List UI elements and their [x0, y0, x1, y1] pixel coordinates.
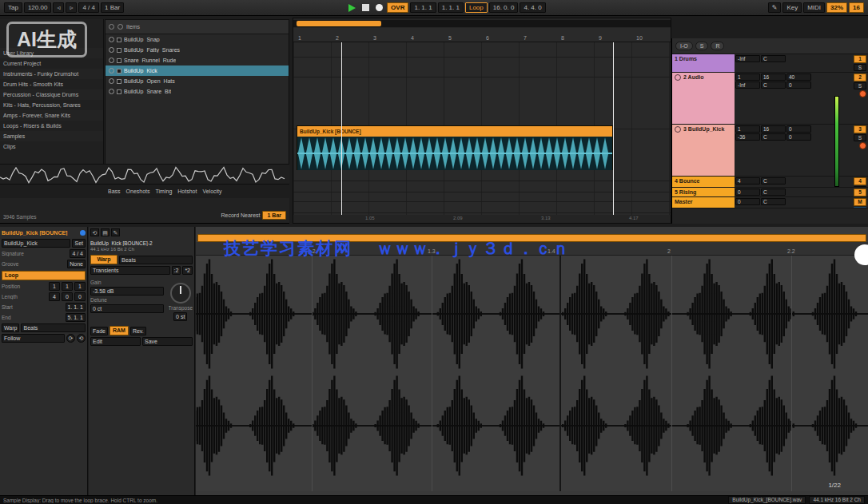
- loop-toggle-button[interactable]: Loop: [2, 271, 86, 280]
- mixer-value-box[interactable]: -Inf: [735, 81, 760, 89]
- filter-circle-icon[interactable]: [109, 24, 114, 30]
- mixer-value-box[interactable]: C: [761, 177, 786, 185]
- arrangement-clip[interactable]: BuildUp_Kick [BOUNCE]: [297, 125, 613, 170]
- preview-play-icon[interactable]: [109, 78, 114, 84]
- fade-toggle[interactable]: Fade: [90, 327, 108, 335]
- track-name-header[interactable]: 5 Rising: [672, 188, 735, 196]
- file-row[interactable]: BuildUp_Fatty_Snares: [106, 45, 289, 55]
- double-tempo-button[interactable]: *2: [182, 266, 193, 275]
- groove-value[interactable]: None: [67, 260, 86, 268]
- track-name-header[interactable]: 4 Bounce: [672, 177, 735, 187]
- mixer-value-box[interactable]: 16: [761, 73, 786, 81]
- preview-play-icon[interactable]: [109, 47, 114, 53]
- track-row[interactable]: 1 Drums-InfC1S: [672, 54, 868, 73]
- arrangement-overview-scrollbar[interactable]: [293, 20, 671, 27]
- position-beat[interactable]: 1: [62, 282, 73, 291]
- track-name-header[interactable]: 1 Drums: [672, 54, 735, 72]
- file-checkbox-icon[interactable]: [117, 89, 121, 94]
- file-checkbox-icon[interactable]: [117, 58, 121, 63]
- mixer-toggle-s[interactable]: S: [695, 42, 709, 50]
- start-value[interactable]: 1. 1. 1: [66, 303, 86, 312]
- mixer-value-box[interactable]: C: [761, 189, 786, 196]
- track-row[interactable]: 5 Rising0C5S: [672, 188, 868, 197]
- solo-button[interactable]: S: [854, 134, 866, 141]
- time-signature-field[interactable]: 4 / 4: [78, 2, 99, 13]
- nudge-down-button[interactable]: ◃: [53, 2, 64, 13]
- mixer-value-box[interactable]: 16: [761, 125, 786, 133]
- clip-title-bar[interactable]: BuildUp_Kick [BOUNCE]: [297, 126, 612, 137]
- mixer-value-box[interactable]: C: [761, 55, 786, 62]
- length-beat[interactable]: 0: [62, 292, 73, 301]
- browser-category-item[interactable]: Amps - Forever, Snare Kits: [0, 110, 103, 121]
- file-checkbox-icon[interactable]: [117, 48, 121, 53]
- browser-tab-hotshot[interactable]: Hotshot: [177, 189, 197, 194]
- file-row[interactable]: BuildUp_Snap: [106, 34, 289, 45]
- mixer-toggle-r[interactable]: R: [711, 42, 724, 50]
- track-monitor-icon[interactable]: [675, 126, 681, 133]
- quantize-menu[interactable]: 1 Bar: [101, 2, 124, 13]
- track-activator-button[interactable]: 2: [854, 73, 866, 81]
- insert-marker[interactable]: [559, 256, 561, 491]
- preview-play-icon[interactable]: [109, 68, 114, 73]
- record-length-value[interactable]: 1 Bar: [262, 211, 286, 220]
- record-button[interactable]: [376, 4, 383, 11]
- preview-play-icon[interactable]: [109, 37, 114, 42]
- file-row[interactable]: BuildUp_Open_Hats: [106, 76, 289, 86]
- file-row[interactable]: Snare_Runnel_Rude: [106, 55, 289, 65]
- browser-category-item[interactable]: Kits - Hats, Percussion, Snares: [0, 100, 103, 110]
- transpose-knob[interactable]: [170, 283, 191, 304]
- loop-end-marker[interactable]: [613, 42, 614, 215]
- browser-category-item[interactable]: Samples: [0, 131, 103, 141]
- arrangement-view[interactable]: 12345678910 BuildUp_Kick [BOUNCE] 1.052.…: [293, 18, 671, 224]
- follow-toggle[interactable]: Follow: [2, 334, 65, 343]
- warp-toggle[interactable]: Warp: [2, 323, 19, 332]
- track-row[interactable]: Master0CMSolo: [672, 197, 868, 208]
- mixer-value-box[interactable]: C: [761, 198, 786, 205]
- signature-value[interactable]: 4 / 4: [70, 249, 86, 258]
- browser-category-item[interactable]: Loops - Risers & Builds: [0, 121, 103, 131]
- punch-out-field[interactable]: 4. 4. 0: [520, 2, 545, 13]
- browser-tab-timing[interactable]: Timing: [156, 189, 173, 194]
- sample-waveform-display[interactable]: [196, 256, 868, 491]
- loop-cycle-icon[interactable]: ⟳: [66, 334, 75, 343]
- overdub-button[interactable]: OVR: [387, 2, 408, 13]
- play-button[interactable]: [348, 4, 356, 12]
- mixer-value-box[interactable]: 0: [786, 125, 811, 133]
- solo-button[interactable]: Solo: [854, 207, 866, 208]
- position-sixteenth[interactable]: 1: [74, 282, 86, 291]
- track-name-header[interactable]: 2 Audio: [672, 73, 735, 124]
- solo-button[interactable]: S: [854, 82, 866, 89]
- track-name-header[interactable]: Master: [672, 197, 735, 208]
- loop-toggle[interactable]: Loop: [465, 2, 488, 13]
- nudge-up-button[interactable]: ▹: [66, 2, 77, 13]
- reverse-button[interactable]: Rev.: [130, 327, 146, 335]
- track-monitor-icon[interactable]: [675, 74, 681, 81]
- arrangement-position-field[interactable]: 1. 1. 1: [410, 2, 436, 13]
- set-button[interactable]: Set: [72, 239, 86, 248]
- arm-button[interactable]: [859, 90, 866, 97]
- midi-map-button[interactable]: MIDI: [803, 2, 825, 13]
- mixer-value-box[interactable]: -Inf: [735, 55, 760, 62]
- loop-length-field[interactable]: 16. 0. 0: [489, 2, 519, 13]
- mixer-value-box[interactable]: C: [761, 133, 786, 141]
- preview-play-icon[interactable]: [109, 58, 114, 63]
- beat-time-ruler[interactable]: 12345678910: [293, 28, 671, 42]
- mixer-value-box[interactable]: 1: [735, 125, 760, 133]
- loop-start-field[interactable]: 1. 1. 1: [438, 2, 464, 13]
- track-activator-button[interactable]: 3: [854, 125, 866, 133]
- browser-category-item[interactable]: Drum Hits - Smooth Kits: [0, 79, 103, 89]
- transpose-value[interactable]: 0 st: [173, 312, 187, 321]
- mixer-value-box[interactable]: 1: [735, 73, 760, 81]
- length-sixteenth[interactable]: 0: [74, 292, 86, 301]
- track-activator-button[interactable]: 1: [854, 55, 866, 63]
- mixer-value-box[interactable]: 0: [786, 81, 811, 89]
- edit-button[interactable]: Edit: [90, 337, 141, 346]
- mixer-toggle-i-o[interactable]: I-O: [675, 42, 693, 50]
- save-sample-icon[interactable]: ▤: [101, 228, 109, 236]
- browser-category-item[interactable]: Percussion - Classique Drums: [0, 89, 103, 100]
- track-name-header[interactable]: 3 BuildUp_Kick: [672, 125, 735, 176]
- browser-category-item[interactable]: Instruments - Funky Drumshot: [0, 69, 103, 79]
- clip-color-dot[interactable]: [80, 230, 86, 236]
- hot-swap-icon[interactable]: ⟲: [90, 228, 99, 236]
- mixer-value-box[interactable]: 0: [735, 198, 760, 205]
